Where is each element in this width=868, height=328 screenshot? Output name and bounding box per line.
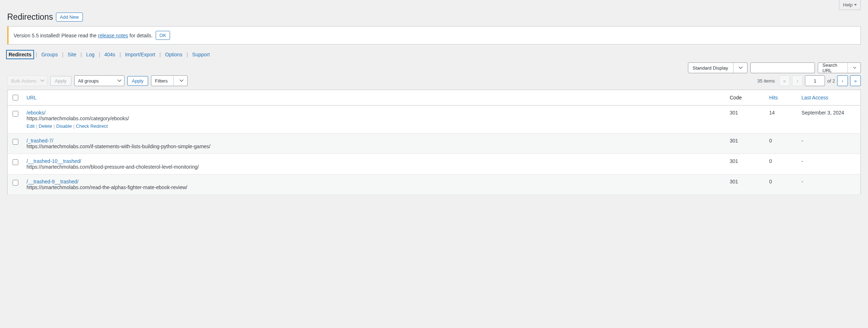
search-input[interactable] xyxy=(750,62,815,73)
select-all-checkbox[interactable] xyxy=(13,95,18,100)
table-row: /_trashed-7/https://smartechmolabs.com/i… xyxy=(8,133,861,154)
add-new-button[interactable]: Add New xyxy=(56,13,83,22)
hits-cell: 0 xyxy=(766,133,798,154)
filters-button[interactable]: Filters xyxy=(151,75,188,86)
row-checkbox[interactable] xyxy=(13,159,18,165)
hits-cell: 0 xyxy=(766,154,798,174)
row-checkbox[interactable] xyxy=(13,139,18,145)
page-first-button: « xyxy=(779,75,790,86)
redirect-source-url[interactable]: /ebooks/ xyxy=(27,110,46,116)
disable-link[interactable]: Disable xyxy=(56,123,72,129)
subnav-site[interactable]: Site xyxy=(66,51,78,58)
subnav-groups[interactable]: Groups xyxy=(40,51,59,58)
page-of-label: of 2 xyxy=(827,78,835,84)
col-url-header[interactable]: URL xyxy=(27,95,37,100)
items-count: 35 items xyxy=(757,78,775,84)
chevron-down-icon xyxy=(739,66,743,70)
redirect-target-url: https://smartechmolabs.com/read-the-alph… xyxy=(27,184,723,190)
code-cell: 301 xyxy=(726,133,766,154)
redirect-target-url: https://smartechmolabs.com/if-statements… xyxy=(27,144,723,149)
row-actions: Edit|Delete|Disable|Check Redirect xyxy=(27,123,723,129)
notice-suffix: for details. xyxy=(128,33,152,38)
chevron-down-icon xyxy=(853,66,856,70)
search-btn-label: Search URL xyxy=(822,62,843,73)
edit-link[interactable]: Edit xyxy=(27,123,34,129)
subnav-redirects[interactable]: Redirects xyxy=(7,51,33,58)
subnav: Redirects | Groups | Site | Log | 404s |… xyxy=(7,52,861,57)
notice-prefix: Version 5.5 installed! Please read the xyxy=(14,33,98,38)
release-notes-link[interactable]: release notes xyxy=(98,33,128,38)
last-access-cell: - xyxy=(798,174,861,195)
help-tab[interactable]: Help xyxy=(839,0,861,10)
code-cell: 301 xyxy=(726,106,766,133)
bulk-actions-select[interactable]: Bulk Actions xyxy=(7,75,47,86)
hits-cell: 0 xyxy=(766,174,798,195)
redirect-target-url: https://smartechmolabs.com/blood-pressur… xyxy=(27,164,723,170)
notice-ok-button[interactable]: OK xyxy=(156,31,170,40)
bulk-apply-button[interactable]: Apply xyxy=(50,76,71,86)
display-mode-select[interactable]: Standard Display xyxy=(688,62,747,73)
caret-down-icon xyxy=(854,4,857,6)
col-hits-header[interactable]: Hits xyxy=(769,95,778,100)
redirect-source-url[interactable]: /_trashed-7/ xyxy=(27,138,53,144)
table-row: /ebooks/https://smartechmolabs.com/categ… xyxy=(8,106,861,133)
redirects-table: URL Code Hits Last Access /ebooks/https:… xyxy=(7,90,861,195)
delete-link[interactable]: Delete xyxy=(39,123,52,129)
subnav-import-export[interactable]: Import/Export xyxy=(124,51,157,58)
chevron-down-icon xyxy=(179,79,184,83)
search-url-button[interactable]: Search URL xyxy=(818,62,861,73)
code-cell: 301 xyxy=(726,154,766,174)
last-access-cell: September 3, 2024 xyxy=(798,106,861,133)
row-checkbox[interactable] xyxy=(13,180,18,186)
last-access-cell: - xyxy=(798,133,861,154)
col-code-header: Code xyxy=(726,90,766,106)
update-notice: Version 5.5 installed! Please read the r… xyxy=(7,26,861,44)
last-access-cell: - xyxy=(798,154,861,174)
groups-select[interactable]: All groups xyxy=(74,75,124,86)
redirect-source-url[interactable]: /__trashed-10__trashed/ xyxy=(27,158,81,164)
display-mode-label: Standard Display xyxy=(693,65,728,71)
page-number-input[interactable] xyxy=(805,75,825,86)
hits-cell: 14 xyxy=(766,106,798,133)
table-row: /__trashed-9__trashed/https://smartechmo… xyxy=(8,174,861,195)
redirect-target-url: https://smartechmolabs.com/category/eboo… xyxy=(27,116,723,121)
filters-label: Filters xyxy=(155,78,168,84)
redirect-source-url[interactable]: /__trashed-9__trashed/ xyxy=(27,179,79,184)
page-prev-button: ‹ xyxy=(792,75,803,86)
page-last-button[interactable]: » xyxy=(850,75,861,86)
check-redirect-link[interactable]: Check Redirect xyxy=(76,123,108,129)
row-checkbox[interactable] xyxy=(13,111,18,117)
subnav-support[interactable]: Support xyxy=(191,51,211,58)
subnav-options[interactable]: Options xyxy=(164,51,184,58)
page-next-button[interactable]: › xyxy=(837,75,848,86)
code-cell: 301 xyxy=(726,174,766,195)
page-title: Redirections xyxy=(7,12,53,22)
help-label: Help xyxy=(843,2,853,8)
col-last-access-header[interactable]: Last Access xyxy=(802,95,829,100)
subnav-404s[interactable]: 404s xyxy=(103,51,117,58)
table-row: /__trashed-10__trashed/https://smartechm… xyxy=(8,154,861,174)
subnav-log[interactable]: Log xyxy=(85,51,96,58)
groups-apply-button[interactable]: Apply xyxy=(127,76,148,86)
